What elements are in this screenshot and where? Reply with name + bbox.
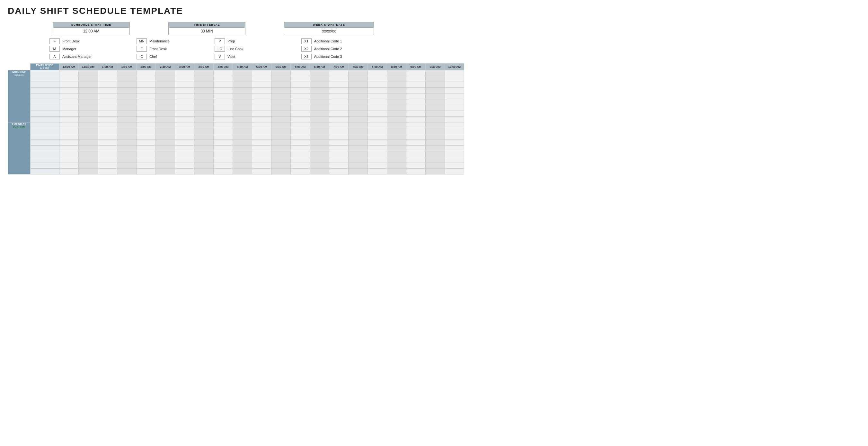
cell[interactable] bbox=[426, 70, 445, 76]
cell[interactable] bbox=[98, 105, 117, 111]
cell[interactable] bbox=[329, 82, 348, 88]
monday-employee-2[interactable] bbox=[31, 82, 59, 88]
cell[interactable] bbox=[426, 146, 445, 151]
cell[interactable] bbox=[156, 157, 175, 163]
cell[interactable] bbox=[329, 122, 348, 128]
cell[interactable] bbox=[272, 82, 291, 88]
cell[interactable] bbox=[387, 117, 406, 122]
cell[interactable] bbox=[348, 76, 368, 82]
cell[interactable] bbox=[117, 70, 136, 76]
cell[interactable] bbox=[156, 111, 175, 117]
cell[interactable] bbox=[272, 117, 291, 122]
cell[interactable] bbox=[329, 157, 348, 163]
cell[interactable] bbox=[59, 117, 79, 122]
cell[interactable] bbox=[252, 105, 272, 111]
cell[interactable] bbox=[291, 163, 310, 169]
cell[interactable] bbox=[445, 151, 464, 157]
cell[interactable] bbox=[368, 134, 387, 140]
cell[interactable] bbox=[252, 76, 272, 82]
cell[interactable] bbox=[348, 146, 368, 151]
cell[interactable] bbox=[368, 99, 387, 105]
tuesday-employee-0[interactable] bbox=[31, 122, 59, 128]
cell[interactable] bbox=[233, 128, 252, 134]
cell[interactable] bbox=[98, 111, 117, 117]
cell[interactable] bbox=[348, 88, 368, 93]
cell[interactable] bbox=[233, 70, 252, 76]
cell[interactable] bbox=[98, 122, 117, 128]
cell[interactable] bbox=[310, 151, 329, 157]
cell[interactable] bbox=[59, 169, 79, 175]
cell[interactable] bbox=[136, 105, 156, 111]
cell[interactable] bbox=[368, 111, 387, 117]
cell[interactable] bbox=[368, 128, 387, 134]
cell[interactable] bbox=[79, 146, 98, 151]
cell[interactable] bbox=[156, 151, 175, 157]
cell[interactable] bbox=[214, 157, 233, 163]
cell[interactable] bbox=[136, 128, 156, 134]
cell[interactable] bbox=[98, 88, 117, 93]
cell[interactable] bbox=[387, 111, 406, 117]
cell[interactable] bbox=[79, 134, 98, 140]
cell[interactable] bbox=[175, 146, 194, 151]
cell[interactable] bbox=[291, 82, 310, 88]
cell[interactable] bbox=[252, 169, 272, 175]
cell[interactable] bbox=[348, 140, 368, 146]
cell[interactable] bbox=[272, 128, 291, 134]
cell[interactable] bbox=[117, 93, 136, 99]
cell[interactable] bbox=[329, 99, 348, 105]
cell[interactable] bbox=[156, 134, 175, 140]
cell[interactable] bbox=[252, 111, 272, 117]
cell[interactable] bbox=[194, 146, 214, 151]
cell[interactable] bbox=[59, 76, 79, 82]
cell[interactable] bbox=[368, 122, 387, 128]
cell[interactable] bbox=[214, 105, 233, 111]
cell[interactable] bbox=[387, 151, 406, 157]
cell[interactable] bbox=[214, 117, 233, 122]
cell[interactable] bbox=[406, 99, 426, 105]
cell[interactable] bbox=[98, 82, 117, 88]
cell[interactable] bbox=[117, 128, 136, 134]
cell[interactable] bbox=[175, 117, 194, 122]
cell[interactable] bbox=[348, 99, 368, 105]
cell[interactable] bbox=[252, 93, 272, 99]
cell[interactable] bbox=[117, 105, 136, 111]
cell[interactable] bbox=[117, 134, 136, 140]
cell[interactable] bbox=[406, 76, 426, 82]
cell[interactable] bbox=[426, 163, 445, 169]
cell[interactable] bbox=[426, 140, 445, 146]
cell[interactable] bbox=[79, 128, 98, 134]
cell[interactable] bbox=[194, 99, 214, 105]
cell[interactable] bbox=[194, 163, 214, 169]
cell[interactable] bbox=[368, 82, 387, 88]
cell[interactable] bbox=[387, 134, 406, 140]
cell[interactable] bbox=[368, 163, 387, 169]
cell[interactable] bbox=[156, 146, 175, 151]
cell[interactable] bbox=[194, 82, 214, 88]
cell[interactable] bbox=[175, 140, 194, 146]
cell[interactable] bbox=[214, 128, 233, 134]
cell[interactable] bbox=[252, 140, 272, 146]
cell[interactable] bbox=[387, 105, 406, 111]
cell[interactable] bbox=[310, 146, 329, 151]
cell[interactable] bbox=[136, 111, 156, 117]
cell[interactable] bbox=[310, 70, 329, 76]
tuesday-employee-5[interactable] bbox=[31, 151, 59, 157]
cell[interactable] bbox=[252, 82, 272, 88]
cell[interactable] bbox=[59, 140, 79, 146]
cell[interactable] bbox=[291, 122, 310, 128]
cell[interactable] bbox=[426, 76, 445, 82]
cell[interactable] bbox=[252, 157, 272, 163]
cell[interactable] bbox=[156, 99, 175, 105]
cell[interactable] bbox=[194, 111, 214, 117]
cell[interactable] bbox=[252, 117, 272, 122]
cell[interactable] bbox=[272, 146, 291, 151]
cell[interactable] bbox=[194, 134, 214, 140]
cell[interactable] bbox=[329, 146, 348, 151]
cell[interactable] bbox=[406, 70, 426, 76]
cell[interactable] bbox=[136, 99, 156, 105]
cell[interactable] bbox=[310, 105, 329, 111]
cell[interactable] bbox=[59, 128, 79, 134]
cell[interactable] bbox=[156, 105, 175, 111]
cell[interactable] bbox=[175, 88, 194, 93]
cell[interactable] bbox=[233, 169, 252, 175]
